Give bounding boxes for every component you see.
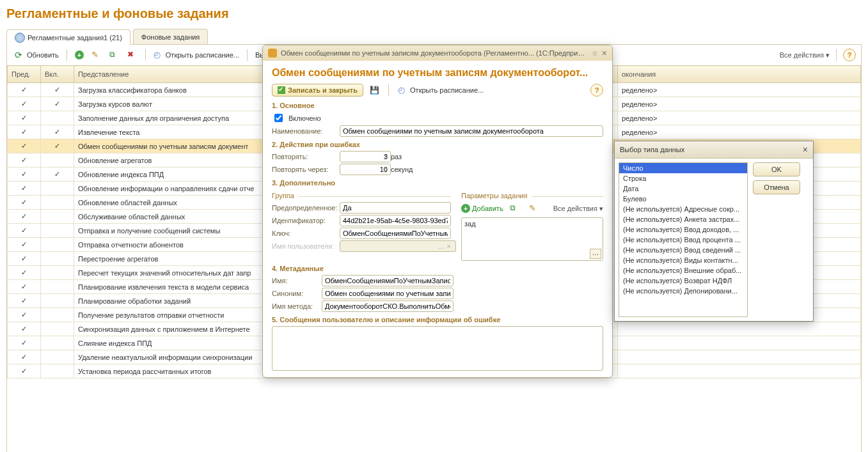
delete-button[interactable]	[125, 49, 140, 61]
picker-item[interactable]: Строка	[619, 173, 747, 183]
row-end: ределено>	[618, 97, 861, 111]
enabled-checkbox[interactable]	[274, 114, 283, 122]
picker-item[interactable]: (Не используется) Возврат НДФЛ	[619, 276, 747, 286]
row-end	[618, 364, 861, 378]
param-edit-button[interactable]	[526, 202, 542, 215]
col-predefined[interactable]: Пред.	[8, 66, 41, 83]
param-list[interactable]: зад …	[461, 217, 603, 261]
repeat-after-spinner[interactable]: ▲▼	[383, 166, 387, 173]
messages-box[interactable]	[272, 326, 603, 371]
picker-item[interactable]: (Не используется) Адресные сокр...	[619, 204, 747, 214]
param-more-button[interactable]: …	[590, 249, 601, 259]
key-field[interactable]	[340, 228, 451, 239]
picker-item[interactable]: Число	[619, 163, 747, 173]
picker-item[interactable]: Булево	[619, 194, 747, 204]
tab-background-jobs[interactable]: Фоновые задания	[133, 29, 208, 44]
check-icon: ✓	[12, 212, 36, 221]
repeat-after-label: Повторять через:	[272, 166, 336, 173]
param-item[interactable]: зад	[464, 220, 476, 228]
repeat-spinner[interactable]: ▲▼	[383, 153, 387, 160]
picker-cancel-button[interactable]: Отмена	[753, 180, 800, 194]
dialog-pin-icon[interactable]: ☆	[592, 49, 598, 58]
dialog-titlebar[interactable]: Обмен сообщениями по учетным записям док…	[263, 45, 612, 61]
param-copy-button[interactable]	[507, 202, 523, 215]
tab-label: Регламентные задания1 (21)	[28, 34, 122, 42]
picker-item[interactable]: (Не используется) Ввод сведений ...	[619, 245, 747, 255]
user-label: Имя пользователя:	[272, 242, 336, 250]
syn-field[interactable]	[322, 288, 454, 299]
param-all-actions[interactable]: Все действия ▾	[553, 205, 603, 213]
section-errors: 2. Действия при ошибках	[272, 141, 603, 148]
col-enabled[interactable]: Вкл.	[41, 66, 74, 83]
name-field[interactable]	[340, 125, 603, 137]
tab-scheduled-jobs[interactable]: Регламентные задания1 (21)	[6, 29, 130, 45]
row-end: ределено>	[618, 111, 861, 125]
dialog-header: Обмен сообщениями по учетным записям док…	[272, 67, 603, 79]
picker-item[interactable]: Дата	[619, 183, 747, 194]
param-add-button[interactable]: +Добавить	[461, 204, 503, 213]
picker-item[interactable]: (Не используется) Анкета застрах...	[619, 214, 747, 224]
edit-button[interactable]	[89, 49, 104, 61]
tab-bar: Регламентные задания1 (21) Фоновые задан…	[6, 29, 862, 45]
mname-field[interactable]	[322, 275, 454, 286]
check-icon: ✓	[12, 114, 36, 122]
copy-button[interactable]	[107, 49, 122, 61]
check-icon: ✓	[12, 100, 36, 108]
picker-titlebar[interactable]: Выбор типа данных ×	[615, 141, 813, 159]
user-clear-icon[interactable]: … ×	[438, 242, 451, 250]
check-icon: ✓	[12, 297, 36, 305]
row-end: ределено>	[618, 125, 861, 139]
section-metadata: 4. Метаданные	[272, 265, 603, 272]
refresh-icon	[15, 50, 25, 60]
picker-item[interactable]: (Не используется) Депонировани...	[619, 286, 747, 296]
check-icon: ✓	[12, 142, 36, 150]
save-icon	[370, 86, 379, 95]
method-label: Имя метода:	[272, 302, 318, 310]
tab-label: Фоновые задания	[141, 33, 200, 41]
col-end[interactable]: окончания	[618, 66, 861, 83]
page-title: Регламентные и фоновые задания	[6, 6, 862, 21]
dialog-help-button[interactable]: ?	[590, 84, 603, 97]
picker-item[interactable]: (Не используется) Виды контактн...	[619, 255, 747, 265]
repeat-unit: раз	[391, 153, 402, 160]
section-messages: 5. Сообщения пользователю и описание инф…	[272, 316, 603, 323]
row-end	[618, 322, 861, 336]
all-actions-menu[interactable]: Все действия ▾	[780, 51, 830, 59]
add-button[interactable]: +	[72, 49, 86, 61]
save-and-close-button[interactable]: Записать и закрыть	[272, 84, 363, 97]
row-end: ределено>	[618, 83, 861, 97]
check-icon: ✓	[45, 128, 70, 136]
params-legend: Параметры задания	[461, 192, 528, 199]
group-legend: Группа	[272, 192, 294, 199]
row-end	[618, 350, 861, 364]
check-icon: ✓	[12, 226, 36, 235]
open-schedule-button[interactable]: Открыть расписание...	[151, 49, 242, 61]
dialog-open-schedule-button[interactable]: Открыть расписание...	[395, 84, 486, 97]
clock-icon	[154, 50, 164, 60]
check-icon: ✓	[12, 184, 36, 192]
picker-item[interactable]: (Не используется) Внешние обраб...	[619, 265, 747, 276]
id-label: Идентификатор:	[272, 217, 336, 224]
picker-item[interactable]: (Не используется) Ввод процента ...	[619, 235, 747, 245]
save-button[interactable]	[367, 84, 382, 96]
check-icon: ✓	[45, 170, 70, 178]
section-main: 1. Основное	[272, 102, 603, 109]
picker-ok-button[interactable]: OK	[753, 162, 800, 176]
syn-label: Синоним:	[272, 290, 318, 297]
refresh-button[interactable]: Обновить	[12, 49, 61, 61]
type-picker-dialog: Выбор типа данных × ЧислоСтрокаДатаБулев…	[614, 141, 814, 322]
add-icon: +	[461, 204, 470, 213]
picker-list[interactable]: ЧислоСтрокаДатаБулево(Не используется) А…	[619, 162, 748, 317]
help-button[interactable]: ?	[843, 49, 856, 61]
dialog-close-icon[interactable]: ×	[602, 48, 607, 58]
check-icon: ✓	[12, 311, 36, 319]
predef-field[interactable]	[340, 202, 451, 214]
picker-item[interactable]: (Не используется) Ввод доходов, ...	[619, 224, 747, 235]
check-icon: ✓	[12, 254, 36, 263]
picker-close-icon[interactable]: ×	[803, 144, 808, 155]
check-icon: ✓	[12, 240, 36, 249]
id-field[interactable]	[340, 215, 451, 226]
check-icon: ✓	[45, 142, 70, 150]
method-field[interactable]	[322, 300, 454, 312]
check-icon: ✓	[12, 198, 36, 207]
